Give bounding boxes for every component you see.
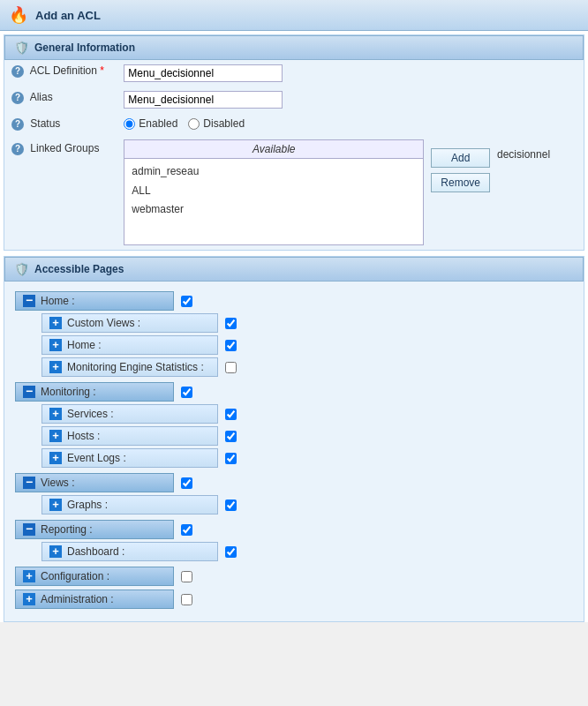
- reporting-label: Reporting :: [41, 523, 166, 536]
- configuration-bar: + Configuration :: [15, 567, 174, 586]
- help-icon-alias[interactable]: ?: [11, 92, 24, 104]
- remove-button[interactable]: Remove: [431, 173, 490, 192]
- accessible-pages-section: 🛡️ Accessible Pages − Home : + Custom Vi…: [4, 256, 584, 622]
- status-enabled-label[interactable]: Enabled: [124, 117, 177, 130]
- status-options: Enabled Disabled: [124, 117, 577, 130]
- flame-icon: 🔥: [9, 5, 28, 25]
- general-info-header: 🛡️ General Information: [4, 35, 584, 60]
- menu-item-configuration: + Configuration :: [15, 567, 573, 586]
- list-item[interactable]: webmaster: [132, 200, 416, 220]
- linked-groups-row: ? Linked Groups Available admin_reseau A…: [4, 135, 584, 250]
- event-logs-plus-icon[interactable]: +: [49, 452, 62, 464]
- hosts-plus-icon[interactable]: +: [49, 430, 62, 442]
- monitoring-minus-icon[interactable]: −: [23, 386, 35, 398]
- services-checkbox[interactable]: [225, 409, 237, 420]
- services-plus-icon[interactable]: +: [49, 408, 62, 420]
- administration-label: Administration :: [41, 593, 166, 605]
- home-child-plus-icon[interactable]: +: [49, 339, 62, 351]
- status-disabled-label[interactable]: Disabled: [188, 117, 245, 130]
- reporting-checkbox[interactable]: [181, 524, 192, 536]
- services-label: Services :: [67, 408, 210, 420]
- alias-label: ? Alias: [4, 86, 117, 113]
- custom-views-plus-icon[interactable]: +: [49, 317, 62, 329]
- acl-definition-label: ? ACL Definition *: [4, 60, 117, 86]
- monitoring-checkbox[interactable]: [181, 387, 192, 398]
- page-header: 🔥 Add an ACL: [0, 0, 588, 31]
- available-header: Available: [124, 140, 423, 159]
- list-item[interactable]: decisionnel: [497, 148, 577, 161]
- alias-input[interactable]: [124, 91, 283, 109]
- shield-icon-2: 🛡️: [14, 262, 29, 276]
- menu-item-monitoring: − Monitoring :: [15, 382, 573, 402]
- reporting-minus-icon[interactable]: −: [23, 523, 35, 536]
- administration-bar: + Administration :: [15, 590, 174, 609]
- custom-views-checkbox[interactable]: [225, 318, 237, 329]
- monitoring-engine-checkbox[interactable]: [225, 362, 237, 373]
- menu-item-graphs: + Graphs :: [41, 495, 573, 514]
- linked-groups-container: Available admin_reseau ALL webmaster Add…: [124, 139, 577, 245]
- event-logs-checkbox[interactable]: [225, 453, 237, 464]
- views-checkbox[interactable]: [181, 477, 192, 489]
- views-label: Views :: [41, 477, 166, 489]
- graphs-bar: + Graphs :: [41, 495, 218, 514]
- monitoring-engine-label: Monitoring Engine Statistics :: [67, 361, 210, 373]
- acl-definition-input[interactable]: [124, 64, 283, 82]
- status-enabled-radio[interactable]: [124, 118, 135, 130]
- status-row: ? Status Enabled Disabled: [4, 113, 584, 135]
- dashboard-plus-icon[interactable]: +: [49, 545, 62, 558]
- monitoring-engine-plus-icon[interactable]: +: [49, 361, 62, 373]
- menu-item-services: + Services :: [41, 404, 573, 424]
- home-bar: − Home :: [15, 291, 174, 311]
- administration-plus-icon[interactable]: +: [23, 593, 35, 605]
- page-title: Add an ACL: [35, 9, 101, 22]
- services-bar: + Services :: [41, 404, 218, 424]
- home-minus-icon[interactable]: −: [23, 295, 35, 307]
- home-checkbox[interactable]: [181, 296, 192, 307]
- administration-checkbox[interactable]: [181, 594, 192, 605]
- pages-content: − Home : + Custom Views : + Home :: [4, 282, 584, 621]
- menu-item-dashboard: + Dashboard :: [41, 542, 573, 561]
- custom-views-bar: + Custom Views :: [41, 313, 218, 333]
- monitoring-label: Monitoring :: [41, 386, 166, 398]
- graphs-label: Graphs :: [67, 499, 210, 511]
- monitoring-engine-bar: + Monitoring Engine Statistics :: [41, 357, 218, 377]
- configuration-checkbox[interactable]: [181, 571, 192, 582]
- reporting-bar: − Reporting :: [15, 520, 174, 539]
- general-info-section: 🛡️ General Information ? ACL Definition …: [4, 34, 584, 251]
- linked-groups-buttons: Add Remove: [431, 139, 490, 192]
- help-icon-status[interactable]: ?: [11, 118, 24, 131]
- home-child-bar: + Home :: [41, 335, 218, 355]
- menu-item-reporting: − Reporting :: [15, 520, 573, 539]
- help-icon-acl[interactable]: ?: [11, 65, 24, 78]
- event-logs-label: Event Logs :: [67, 452, 210, 464]
- hosts-checkbox[interactable]: [225, 431, 237, 442]
- menu-item-monitoring-engine: + Monitoring Engine Statistics :: [41, 357, 573, 377]
- selected-col: decisionnel: [497, 139, 577, 161]
- menu-item-home-child: + Home :: [41, 335, 573, 355]
- help-icon-linked[interactable]: ?: [11, 143, 24, 155]
- menu-item-views: − Views :: [15, 473, 573, 492]
- graphs-checkbox[interactable]: [225, 499, 237, 511]
- required-marker: *: [100, 64, 104, 77]
- menu-item-hosts: + Hosts :: [41, 426, 573, 446]
- list-item[interactable]: ALL: [132, 182, 416, 201]
- status-label: ? Status: [4, 113, 117, 135]
- list-item[interactable]: admin_reseau: [132, 162, 416, 182]
- home-child-label: Home :: [67, 339, 210, 351]
- linked-groups-label: ? Linked Groups: [4, 135, 117, 250]
- add-button[interactable]: Add: [431, 148, 490, 168]
- configuration-plus-icon[interactable]: +: [23, 570, 35, 582]
- hosts-bar: + Hosts :: [41, 426, 218, 446]
- home-label: Home :: [41, 295, 166, 307]
- home-child-checkbox[interactable]: [225, 340, 237, 351]
- views-minus-icon[interactable]: −: [23, 477, 35, 489]
- menu-item-home: − Home :: [15, 291, 573, 311]
- general-info-form: ? ACL Definition * ? Alias: [4, 60, 584, 250]
- menu-item-custom-views: + Custom Views :: [41, 313, 573, 333]
- accessible-pages-header: 🛡️ Accessible Pages: [4, 257, 584, 282]
- graphs-plus-icon[interactable]: +: [49, 499, 62, 511]
- status-disabled-radio[interactable]: [188, 118, 200, 130]
- dashboard-checkbox[interactable]: [225, 546, 237, 558]
- configuration-label: Configuration :: [41, 570, 166, 582]
- views-bar: − Views :: [15, 473, 174, 492]
